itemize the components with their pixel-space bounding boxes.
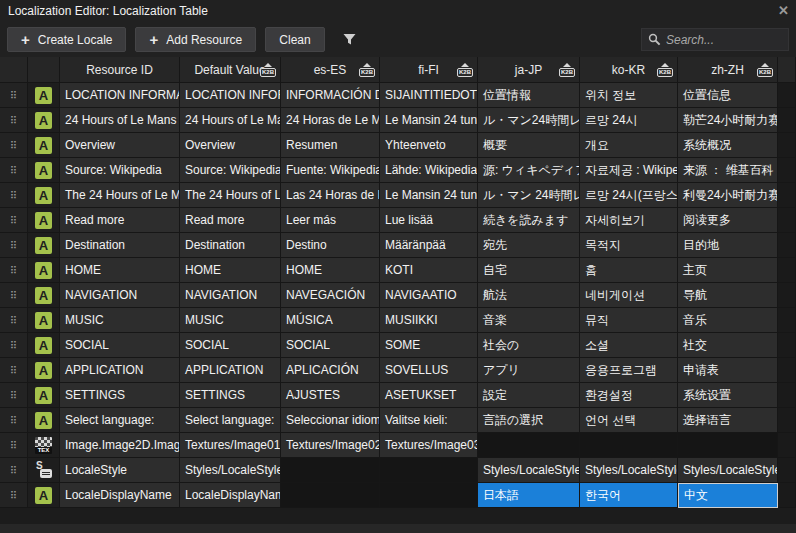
cell-default[interactable]: NAVIGATION — [180, 283, 281, 308]
column-header-ja[interactable]: ja-JPK2B — [478, 57, 580, 83]
cell-es[interactable]: NAVEGACIÓN — [281, 283, 380, 308]
column-header-default[interactable]: Default ValueK2B — [180, 57, 281, 83]
cell-zh[interactable]: 勒芒24小时耐力赛 — [678, 108, 778, 133]
cell-default[interactable]: Select language: — [180, 408, 281, 433]
drag-handle[interactable]: ⠿ — [0, 83, 28, 108]
filter-icon[interactable] — [342, 32, 357, 47]
cell-resource_id[interactable]: MUSIC — [60, 308, 180, 333]
cell-ja[interactable]: 社会の — [478, 333, 580, 358]
add-resource-button[interactable]: + Add Resource — [135, 27, 256, 52]
cell-zh[interactable]: 利曼24小时耐力赛 — [678, 183, 778, 208]
cell-resource_id[interactable]: Destination — [60, 233, 180, 258]
cell-es[interactable] — [281, 458, 380, 483]
cell-default[interactable]: Source: Wikipedia — [180, 158, 281, 183]
cell-default[interactable]: The 24 Hours of L — [180, 183, 281, 208]
cell-ko[interactable] — [580, 433, 678, 458]
cell-ko[interactable]: 목적지 — [580, 233, 678, 258]
cell-ja[interactable]: 言語の選択 — [478, 408, 580, 433]
cell-zh[interactable]: 导航 — [678, 283, 778, 308]
cell-default[interactable]: HOME — [180, 258, 281, 283]
column-header-fi[interactable]: fi-FIK2B — [380, 57, 478, 83]
cell-resource_id[interactable]: 24 Hours of Le Mans — [60, 108, 180, 133]
column-header-zh[interactable]: zh-ZHK2B — [678, 57, 778, 83]
cell-fi[interactable]: SIJAINTITIEDOT — [380, 83, 478, 108]
drag-handle[interactable]: ⠿ — [0, 183, 28, 208]
cell-default[interactable]: 24 Hours of Le Ma — [180, 108, 281, 133]
drag-handle[interactable]: ⠿ — [0, 383, 28, 408]
cell-ko[interactable]: 위치 정보 — [580, 83, 678, 108]
cell-resource_id[interactable]: Source: Wikipedia — [60, 158, 180, 183]
cell-ja[interactable]: 航法 — [478, 283, 580, 308]
cell-fi[interactable]: Valitse kieli: — [380, 408, 478, 433]
cell-ja[interactable]: 位置情報 — [478, 83, 580, 108]
cell-resource_id[interactable]: Read more — [60, 208, 180, 233]
cell-default[interactable]: Destination — [180, 233, 281, 258]
cell-default[interactable]: LOCATION INFOR — [180, 83, 281, 108]
drag-handle[interactable]: ⠿ — [0, 283, 28, 308]
cell-es[interactable] — [281, 483, 380, 508]
cell-es[interactable]: Seleccionar idiom — [281, 408, 380, 433]
column-header-ko[interactable]: ko-KRK2B — [580, 57, 678, 83]
cell-es[interactable]: AJUSTES — [281, 383, 380, 408]
cell-resource_id[interactable]: LOCATION INFORMAT — [60, 83, 180, 108]
machine-translate-icon[interactable]: K2B — [657, 63, 673, 77]
drag-handle[interactable]: ⠿ — [0, 483, 28, 508]
cell-ko[interactable]: 뮤직 — [580, 308, 678, 333]
cell-fi[interactable]: Le Mansin 24 tunn — [380, 108, 478, 133]
drag-handle[interactable]: ⠿ — [0, 208, 28, 233]
cell-resource_id[interactable]: Image.Image2D.Imag — [60, 433, 180, 458]
cell-ja[interactable]: アプリ — [478, 358, 580, 383]
cell-resource_id[interactable]: NAVIGATION — [60, 283, 180, 308]
cell-ko[interactable]: 한국어 — [580, 483, 678, 508]
cell-es[interactable]: Textures/Image02 — [281, 433, 380, 458]
drag-handle[interactable]: ⠿ — [0, 433, 28, 458]
cell-resource_id[interactable]: HOME — [60, 258, 180, 283]
cell-ja[interactable]: Styles/LocaleStyle — [478, 458, 580, 483]
cell-es[interactable]: MÚSICA — [281, 308, 380, 333]
cell-default[interactable]: Read more — [180, 208, 281, 233]
cell-ko[interactable]: 르망 24시(프랑스 — [580, 183, 678, 208]
create-locale-button[interactable]: + Create Locale — [7, 27, 126, 52]
cell-es[interactable]: Las 24 Horas de L — [281, 183, 380, 208]
cell-fi[interactable] — [380, 458, 478, 483]
cell-fi[interactable]: Yhteenveto — [380, 133, 478, 158]
cell-fi[interactable]: Textures/Image03 — [380, 433, 478, 458]
cell-fi[interactable]: ASETUKSET — [380, 383, 478, 408]
cell-fi[interactable]: SOVELLUS — [380, 358, 478, 383]
cell-es[interactable]: 24 Horas de Le Ma — [281, 108, 380, 133]
cell-ja[interactable]: 自宅 — [478, 258, 580, 283]
drag-handle[interactable]: ⠿ — [0, 258, 28, 283]
cell-es[interactable]: Destino — [281, 233, 380, 258]
cell-resource_id[interactable]: SETTINGS — [60, 383, 180, 408]
cell-ja[interactable]: 音楽 — [478, 308, 580, 333]
cell-zh[interactable]: 目的地 — [678, 233, 778, 258]
cell-fi[interactable]: MUSIIKKI — [380, 308, 478, 333]
cell-default[interactable]: MUSIC — [180, 308, 281, 333]
cell-ja[interactable]: 続きを読みます — [478, 208, 580, 233]
cell-fi[interactable]: SOME — [380, 333, 478, 358]
cell-fi[interactable] — [380, 483, 478, 508]
cell-zh[interactable]: 社交 — [678, 333, 778, 358]
cell-default[interactable]: SOCIAL — [180, 333, 281, 358]
cell-fi[interactable]: Määränpää — [380, 233, 478, 258]
cell-ja[interactable]: ル・マン 24時間レース — [478, 183, 580, 208]
cell-ko[interactable]: Styles/LocaleStyle — [580, 458, 678, 483]
cell-default[interactable]: APPLICATION — [180, 358, 281, 383]
machine-translate-icon[interactable]: K2B — [457, 63, 473, 77]
column-header-es[interactable]: es-ESK2B — [281, 57, 380, 83]
cell-zh[interactable]: 中文 — [678, 483, 778, 508]
cell-ja[interactable]: 源: ウィキペディア — [478, 158, 580, 183]
search-input[interactable] — [666, 33, 782, 47]
drag-handle[interactable]: ⠿ — [0, 308, 28, 333]
cell-ja[interactable]: 宛先 — [478, 233, 580, 258]
cell-zh[interactable]: 系统设置 — [678, 383, 778, 408]
cell-ja[interactable]: 概要 — [478, 133, 580, 158]
cell-ko[interactable]: 언어 선택 — [580, 408, 678, 433]
cell-es[interactable]: Resumen — [281, 133, 380, 158]
column-header-resource_id[interactable]: Resource ID — [60, 57, 180, 83]
cell-ko[interactable]: 르망 24시 — [580, 108, 678, 133]
cell-zh[interactable]: Styles/LocaleStyle — [678, 458, 778, 483]
drag-handle[interactable]: ⠿ — [0, 333, 28, 358]
cell-default[interactable]: Overview — [180, 133, 281, 158]
drag-handle[interactable]: ⠿ — [0, 233, 28, 258]
